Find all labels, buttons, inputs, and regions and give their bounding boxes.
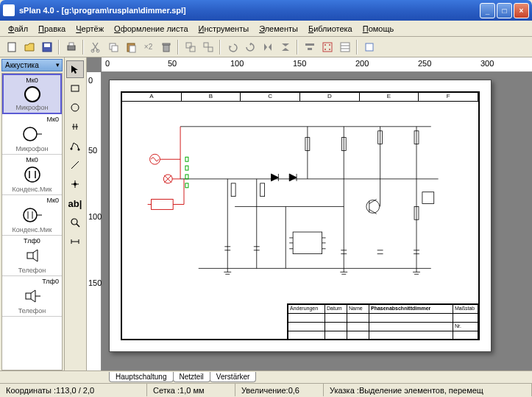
svg-rect-38 [27, 253, 33, 259]
palette-items: Мк0 Микрофон Мк0 Микрофон Мк0 Конденс.Ми… [1, 73, 63, 370]
rect-tool[interactable] [66, 80, 84, 97]
status-hint: Указка : Выделение элементов, перемещ [324, 384, 532, 396]
titlebar: sPlan 4.0 - [g:\program\rusplan\dimmer.s… [0, 0, 532, 21]
svg-rect-16 [208, 47, 213, 52]
menu-file[interactable]: Файл [3, 23, 33, 35]
close-button[interactable]: × [514, 3, 529, 18]
zoom-tool[interactable] [66, 214, 84, 231]
palette-item[interactable]: Мк0 Микрофон [2, 114, 62, 155]
svg-point-43 [71, 148, 73, 150]
sheet-tabs-bar: Hauptschaltung Netzteil Verstärker [0, 370, 532, 383]
print-button[interactable] [63, 38, 79, 55]
svg-point-48 [74, 183, 77, 186]
duplicate-button[interactable]: ×2 [140, 38, 157, 55]
menu-sheet[interactable]: Оформление листа [109, 23, 193, 35]
pointer-tool[interactable] [66, 60, 84, 78]
new-button[interactable] [3, 38, 20, 55]
ruler-horizontal: 0 50 100 150 200 250 300 [102, 57, 532, 72]
status-grid: Сетка : 1,0 мм [147, 384, 235, 396]
undo-button[interactable] [224, 38, 241, 55]
maximize-button[interactable]: □ [497, 3, 512, 18]
open-button[interactable] [21, 38, 38, 55]
palette-item[interactable]: Тлф0 Телефон [2, 276, 62, 317]
svg-rect-112 [152, 200, 174, 210]
props-button[interactable] [336, 38, 353, 55]
menu-elements[interactable]: Элементы [254, 23, 303, 35]
paste-button[interactable] [122, 38, 139, 55]
svg-point-29 [24, 127, 37, 141]
svg-point-44 [78, 149, 80, 151]
group-button[interactable] [182, 38, 199, 55]
special-tool[interactable] [66, 118, 84, 136]
svg-point-42 [71, 104, 79, 111]
svg-point-22 [324, 49, 326, 50]
ungroup-button[interactable] [199, 38, 216, 55]
measure-tool[interactable] [66, 233, 84, 250]
toolbar: ×2 [0, 37, 532, 57]
menu-help[interactable]: Помощь [358, 23, 400, 35]
delete-button[interactable] [157, 38, 174, 55]
circle-tool[interactable] [66, 99, 84, 116]
text-tool[interactable]: ab| [66, 194, 84, 212]
svg-rect-10 [130, 46, 135, 52]
cut-button[interactable] [87, 38, 104, 55]
align-button[interactable] [301, 38, 318, 55]
svg-rect-4 [69, 43, 74, 46]
flip-v-button[interactable] [277, 38, 294, 55]
menu-library[interactable]: Библиотека [303, 23, 358, 35]
svg-rect-41 [71, 85, 79, 91]
copy-button[interactable] [104, 38, 121, 55]
svg-rect-11 [163, 45, 169, 52]
snap-button[interactable] [319, 38, 336, 55]
window-title: sPlan 4.0 - [g:\program\rusplan\dimmer.s… [19, 6, 480, 15]
menu-drawing[interactable]: Чертёж [71, 23, 109, 35]
palette-item[interactable]: Мк0 Конденс.Мик [2, 195, 62, 236]
svg-point-34 [24, 208, 37, 222]
menu-tools[interactable]: Инструменты [194, 23, 255, 35]
palette-item[interactable]: Тлф0 Телефон [2, 236, 62, 276]
svg-rect-27 [366, 43, 373, 51]
menu-edit[interactable]: Правка [33, 23, 71, 35]
status-coords: Координаты : 113,0 / 2,0 [0, 384, 147, 396]
svg-rect-18 [308, 48, 312, 50]
sheet-tab[interactable]: Netzteil [173, 372, 210, 382]
svg-rect-2 [44, 43, 50, 47]
svg-rect-118 [185, 175, 188, 179]
svg-rect-12 [163, 43, 170, 45]
node-tool[interactable] [66, 175, 84, 193]
svg-rect-119 [185, 183, 188, 188]
svg-rect-0 [8, 43, 15, 52]
menubar: Файл Правка Чертёж Оформление листа Инст… [0, 21, 532, 37]
line-tool[interactable] [66, 156, 84, 174]
svg-rect-65 [231, 183, 235, 197]
window-controls: _ □ × [480, 3, 529, 18]
svg-rect-88 [293, 232, 322, 254]
svg-rect-17 [305, 43, 314, 46]
rotate-button[interactable] [241, 38, 258, 55]
main-area: Аккустика Мк0 Микрофон Мк0 Микрофон Мк0 … [0, 57, 532, 370]
app-icon [3, 4, 15, 16]
svg-rect-95 [422, 192, 434, 204]
title-block: Änderungen Datum Name Phasenabschnittdim… [287, 303, 478, 339]
svg-rect-39 [26, 293, 31, 299]
svg-rect-66 [260, 183, 265, 197]
minimize-button[interactable]: _ [480, 3, 495, 18]
svg-point-49 [71, 219, 77, 225]
flip-h-button[interactable] [259, 38, 276, 55]
drawing-canvas[interactable]: ABCDEF [102, 72, 532, 370]
palette-item[interactable]: Мк0 Микрофон [2, 74, 62, 114]
export-button[interactable] [361, 38, 377, 55]
sheet-tab[interactable]: Hauptschaltung [109, 372, 174, 382]
sheet-column-headers: ABCDEF [122, 93, 478, 102]
svg-line-50 [77, 224, 79, 227]
svg-rect-116 [185, 157, 188, 161]
polygon-tool[interactable] [66, 137, 84, 155]
circuit-schematic [126, 104, 475, 302]
save-button[interactable] [38, 38, 55, 55]
svg-rect-14 [190, 46, 195, 52]
palette-item[interactable]: Мк0 Конденс.Мик [2, 155, 62, 195]
palette-category-selector[interactable]: Аккустика [1, 59, 63, 71]
svg-point-28 [25, 87, 40, 102]
svg-rect-8 [112, 46, 118, 52]
sheet-tab[interactable]: Verstärker [210, 372, 257, 382]
